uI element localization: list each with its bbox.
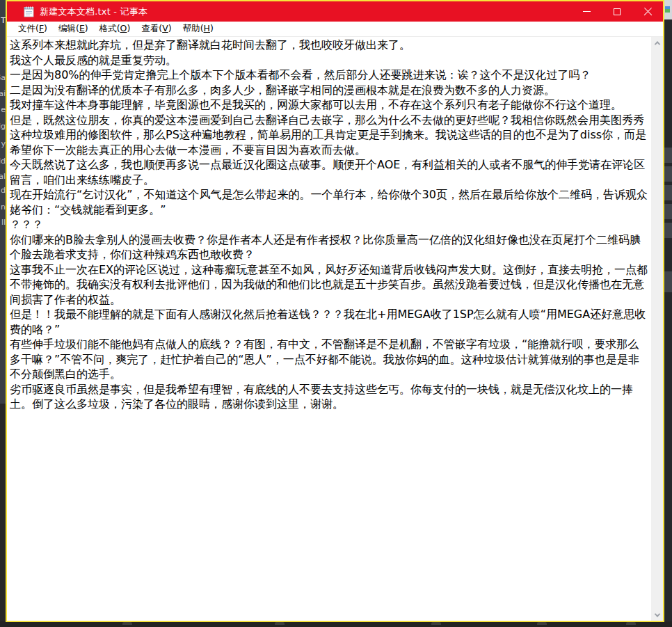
background-text-fragment: Ga: [0, 74, 6, 82]
paragraph: ？？？: [10, 217, 650, 232]
background-window-corner: [664, 0, 672, 19]
window-title: 新建文本文档.txt - 记事本: [40, 6, 147, 18]
menu-item-format[interactable]: 格式(O): [94, 22, 136, 36]
menu-label: ): [210, 23, 214, 33]
background-mini-icon: [665, 6, 670, 13]
notepad-window: 新建文本文档.txt - 记事本 文件(F) 编辑(E) 格式(O) 查看(V)…: [6, 0, 664, 622]
title-bar[interactable]: 新建文本文档.txt - 记事本: [7, 1, 663, 22]
taskbar-icon-top: [275, 622, 285, 625]
menu-label: 格式(: [99, 23, 120, 33]
background-window-right-sliver: [664, 0, 672, 627]
minimize-button[interactable]: [571, 1, 602, 22]
menu-item-edit[interactable]: 编辑(E): [53, 22, 94, 36]
background-text-fragment: ai: [0, 90, 6, 98]
menu-label: ): [127, 23, 130, 33]
taskbar-icon-top: [537, 622, 547, 625]
menu-label: ): [85, 23, 88, 33]
paragraph: 劣币驱逐良币虽然是事实，但是我希望有理智，有底线的人不要去支持这些乞丐。你每支付…: [10, 382, 650, 412]
menu-mnemonic: O: [120, 23, 127, 33]
taskbar-icon-top: [431, 622, 441, 625]
menu-mnemonic: H: [204, 23, 210, 33]
menu-label: ): [44, 23, 47, 33]
background-text-fragment: T: [1, 17, 6, 25]
text-editor[interactable]: 这系列本来想就此弃坑，但是弃了翻译就白花时间去翻了，我也咬咬牙做出来了。 我这个…: [7, 37, 651, 621]
background-taskbar-sliver: [0, 621, 672, 627]
background-list-row: [664, 271, 672, 292]
scrollbar-up-icon: [654, 41, 659, 47]
menu-label: 编辑(: [58, 23, 79, 33]
paragraph: 今天既然说了这么多，我也顺便再多说一点最近汉化圈这点破事。顺便开个AOE，有利益…: [10, 157, 650, 187]
paragraph: 这系列本来想就此弃坑，但是弃了翻译就白花时间去翻了，我也咬咬牙做出来了。: [10, 38, 650, 53]
paragraph: 一是因为80%的伸手党肯定撸完上个版本下个版本看都不会看，然后部分人还要跳进来说…: [10, 68, 650, 83]
menu-item-view[interactable]: 查看(V): [136, 22, 177, 36]
taskbar-icon-top: [626, 622, 636, 625]
menu-item-help[interactable]: 帮助(H): [177, 22, 219, 36]
paragraph: 但是！！我最不能理解的就是下面有人感谢汉化然后抢着送钱？？？我在北+用MEGA收…: [10, 307, 650, 337]
paragraph: 有些伸手垃圾们能不能他妈有点做人的底线？？有图，有中文，不管翻译是不是机翻，不管…: [10, 337, 650, 382]
vertical-scrollbar[interactable]: [651, 37, 663, 621]
menu-label: 帮助(: [183, 23, 204, 33]
background-text-fragment: e: [1, 106, 6, 114]
close-icon: [643, 7, 653, 16]
taskbar-icon-top: [122, 622, 132, 625]
paragraph: 我这个人最反感的就是重复劳动。: [10, 53, 650, 68]
background-text-fragment: ld: [0, 157, 6, 166]
window-controls: [571, 1, 663, 22]
background-text-fragment: al: [0, 173, 6, 181]
menu-mnemonic: V: [162, 23, 168, 33]
scrollbar-down-icon: [654, 611, 659, 617]
background-list-rows: [664, 148, 672, 240]
menu-mnemonic: E: [79, 23, 85, 33]
paragraph: 现在开始流行“乞讨汉化”，不知道这个风气是怎么带起来的。一个单行本，给你做个30…: [10, 187, 650, 217]
close-button[interactable]: [632, 1, 663, 22]
paragraph: 二是因为没有翻译的优质本子有那么多，肉多人少，翻译嵌字相同的漫画根本就是在浪费为…: [10, 83, 650, 98]
menu-label: 查看(: [141, 23, 162, 33]
content-area: 这系列本来想就此弃坑，但是弃了翻译就白花时间去翻了，我也咬咬牙做出来了。 我这个…: [7, 36, 663, 621]
screenshot-root: { "window": { "title": "新建文本文档.txt - 记事本…: [0, 0, 672, 627]
paragraph: 这事我不止一次在EX的评论区说过，这种毒瘤玩意甚至不如风，风好歹还知道背后收钱闷…: [10, 262, 650, 308]
background-text-fragment: ig: [0, 122, 6, 131]
minimize-icon: [583, 11, 591, 12]
maximize-button[interactable]: [602, 1, 632, 22]
scroll-down-button[interactable]: [651, 609, 663, 621]
menu-mnemonic: F: [39, 23, 44, 33]
menu-label: 文件(: [18, 23, 39, 33]
paragraph: 但是，既然这位朋友，你真的爱这本漫画爱到自己去翻译自己去嵌字，那么为什么不去做的…: [10, 113, 650, 158]
maximize-icon: [614, 8, 621, 15]
paragraph: 你们哪来的B脸去拿别人的漫画去收费？你是作者本人还是有作者授权？比你质量高一亿倍…: [10, 232, 650, 262]
background-text-fragment: d: [1, 186, 6, 195]
menu-bar: 文件(F) 编辑(E) 格式(O) 查看(V) 帮助(H): [7, 22, 663, 36]
menu-label: ): [168, 23, 172, 33]
scroll-up-button[interactable]: [651, 37, 663, 49]
menu-item-file[interactable]: 文件(F): [13, 22, 53, 36]
notepad-icon: [24, 6, 34, 17]
paragraph: 我对撞车这件本身事能理解，毕竟图源也不是我买的，网源大家都可以去用，不存在这个系…: [10, 97, 650, 113]
background-text-fragment: n: [1, 203, 6, 212]
